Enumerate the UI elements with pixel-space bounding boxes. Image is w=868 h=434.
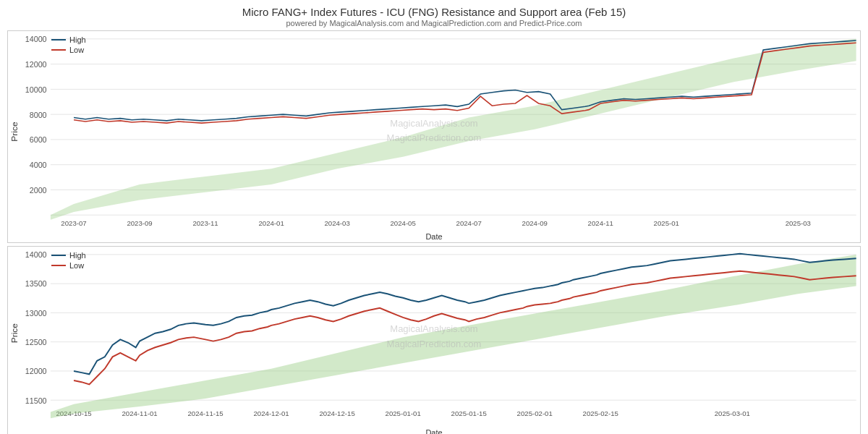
svg-text:2024-11: 2024-11 bbox=[588, 219, 613, 227]
chart-svg-1: 14000 12000 10000 8000 6000 4000 2000 Pr… bbox=[8, 31, 860, 231]
page-wrapper: Micro FANG+ Index Futures - ICU (FNG) Re… bbox=[0, 0, 868, 434]
charts-container: High Low MagicalAnalysis.comMagicalPredi… bbox=[7, 30, 861, 434]
svg-text:2025-03-01: 2025-03-01 bbox=[715, 409, 750, 417]
svg-text:2023-11: 2023-11 bbox=[192, 219, 218, 227]
legend-low-label-1: Low bbox=[69, 46, 84, 54]
svg-text:2023-07: 2023-07 bbox=[61, 219, 86, 227]
x-axis-label-2: Date bbox=[8, 427, 860, 434]
chart-panel-1: High Low MagicalAnalysis.comMagicalPredi… bbox=[7, 30, 861, 243]
svg-text:2024-07: 2024-07 bbox=[456, 219, 482, 227]
svg-text:2023-09: 2023-09 bbox=[127, 219, 152, 227]
svg-text:2024-12-15: 2024-12-15 bbox=[320, 409, 355, 417]
svg-text:10000: 10000 bbox=[25, 85, 47, 94]
svg-text:12000: 12000 bbox=[25, 367, 47, 375]
svg-text:4000: 4000 bbox=[30, 161, 47, 169]
svg-text:2025-03: 2025-03 bbox=[786, 219, 811, 227]
legend-2: High Low bbox=[51, 251, 86, 270]
low-line-icon bbox=[51, 49, 66, 51]
svg-text:Price: Price bbox=[9, 323, 20, 344]
svg-text:14000: 14000 bbox=[25, 35, 47, 43]
svg-text:Price: Price bbox=[9, 122, 20, 142]
legend-low-label-2: Low bbox=[69, 261, 84, 270]
chart-panel-2: High Low MagicalAnalysis.comMagicalPredi… bbox=[7, 246, 861, 434]
svg-marker-51 bbox=[51, 255, 856, 418]
x-axis-label-1: Date bbox=[8, 231, 860, 242]
svg-text:2025-01: 2025-01 bbox=[654, 219, 679, 227]
legend-high-1: High bbox=[51, 35, 86, 44]
legend-high-2: High bbox=[51, 251, 86, 260]
svg-text:13000: 13000 bbox=[25, 309, 47, 318]
chart-svg-2: 14000 13500 13000 12500 12000 11500 Pric… bbox=[8, 247, 860, 427]
subtitle: powered by MagicalAnalysis.com and Magic… bbox=[7, 19, 861, 27]
high-line-icon bbox=[51, 39, 66, 41]
svg-text:2025-01-15: 2025-01-15 bbox=[451, 409, 487, 417]
svg-marker-27 bbox=[51, 39, 856, 220]
legend-low-1: Low bbox=[51, 46, 86, 54]
svg-text:2025-02-15: 2025-02-15 bbox=[583, 409, 618, 417]
svg-text:8000: 8000 bbox=[30, 110, 47, 119]
svg-text:2024-01: 2024-01 bbox=[258, 219, 284, 227]
svg-text:12500: 12500 bbox=[25, 338, 47, 346]
svg-text:2024-11-01: 2024-11-01 bbox=[122, 409, 157, 417]
svg-text:2024-12-01: 2024-12-01 bbox=[253, 409, 289, 417]
svg-text:2024-09: 2024-09 bbox=[522, 219, 548, 227]
svg-text:11500: 11500 bbox=[25, 396, 47, 405]
legend-1: High Low bbox=[51, 35, 86, 54]
chart-area-1: High Low MagicalAnalysis.comMagicalPredi… bbox=[8, 31, 860, 231]
svg-text:2024-03: 2024-03 bbox=[324, 219, 349, 227]
low-line-icon-2 bbox=[51, 265, 66, 266]
svg-text:2000: 2000 bbox=[30, 186, 47, 195]
legend-low-2: Low bbox=[51, 261, 86, 270]
svg-text:13500: 13500 bbox=[25, 279, 47, 288]
svg-text:2025-01-01: 2025-01-01 bbox=[386, 409, 421, 417]
svg-text:2024-05: 2024-05 bbox=[391, 219, 416, 227]
svg-text:2024-11-15: 2024-11-15 bbox=[187, 409, 223, 417]
svg-text:14000: 14000 bbox=[25, 250, 47, 259]
legend-high-label-2: High bbox=[69, 251, 86, 260]
high-line-icon-2 bbox=[51, 255, 66, 256]
svg-text:6000: 6000 bbox=[30, 135, 47, 144]
main-title: Micro FANG+ Index Futures - ICU (FNG) Re… bbox=[7, 6, 861, 18]
svg-text:12000: 12000 bbox=[25, 60, 47, 69]
chart-area-2: High Low MagicalAnalysis.comMagicalPredi… bbox=[8, 247, 860, 427]
svg-text:2025-02-01: 2025-02-01 bbox=[517, 409, 553, 417]
legend-high-label-1: High bbox=[69, 35, 86, 44]
